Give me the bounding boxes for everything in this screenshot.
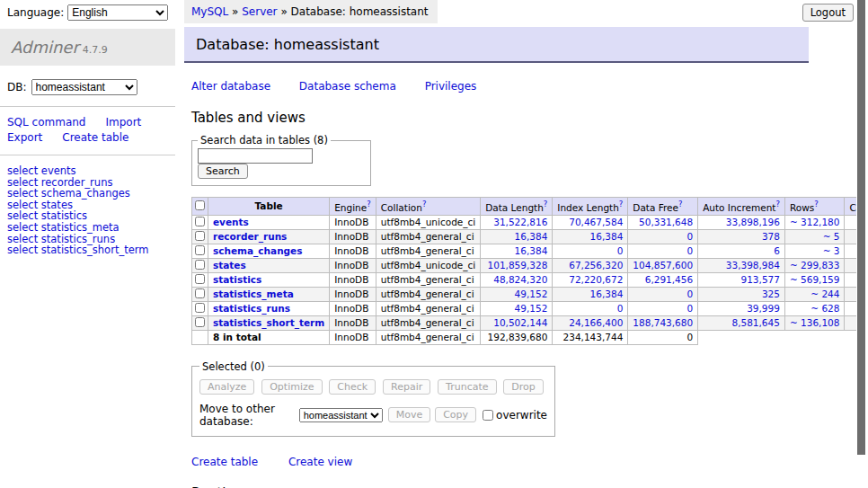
rows-count-link[interactable]: ~ 5 xyxy=(823,231,840,242)
index-length-link[interactable]: 0 xyxy=(617,303,624,314)
data-free-link[interactable]: 0 xyxy=(686,288,693,299)
index-length-link[interactable]: 16,384 xyxy=(590,288,624,299)
table-structure-link[interactable]: statistics_meta xyxy=(213,288,294,299)
table-structure-link[interactable]: schema_changes xyxy=(213,245,303,256)
vertical-scrollbar[interactable] xyxy=(856,0,868,488)
auto-increment-link[interactable]: 913,577 xyxy=(741,274,780,285)
breadcrumb-mysql-link[interactable]: MySQL xyxy=(191,5,228,18)
search-legend: Search data in tables (8) xyxy=(198,134,331,146)
table-structure-link[interactable]: states xyxy=(213,260,246,271)
table-structure-link[interactable]: statistics_runs xyxy=(213,303,290,314)
data-free-link[interactable]: 0 xyxy=(686,245,693,256)
data-free-link[interactable]: 6,291,456 xyxy=(645,274,693,285)
row-select-checkbox[interactable] xyxy=(195,303,205,313)
move-button[interactable]: Move xyxy=(388,407,431,422)
table-structure-link[interactable]: events xyxy=(213,217,249,227)
data-length-link[interactable]: 49,152 xyxy=(515,288,548,299)
analyze-button[interactable]: Analyze xyxy=(199,379,254,395)
index-length-link[interactable]: 16,384 xyxy=(590,231,624,242)
collation-help-link[interactable]: ? xyxy=(422,200,427,209)
data-length-link[interactable]: 48,824,320 xyxy=(493,274,547,285)
data-free-link[interactable]: 104,857,600 xyxy=(633,260,693,271)
index-length-help-link[interactable]: ? xyxy=(619,200,624,209)
row-select-checkbox[interactable] xyxy=(195,317,205,327)
data-length-link[interactable]: 10,502,144 xyxy=(493,317,547,328)
data-length-help-link[interactable]: ? xyxy=(544,200,548,209)
index-length-link[interactable]: 72,220,672 xyxy=(569,274,623,285)
rows-count-link[interactable]: ~ 136,108 xyxy=(790,317,840,328)
auto-increment-link[interactable]: 8,581,645 xyxy=(731,317,779,328)
rows-count-link[interactable]: ~ 628 xyxy=(810,303,839,314)
db-label: DB: xyxy=(7,81,27,93)
data-free-link[interactable]: 0 xyxy=(686,303,693,314)
table-structure-link[interactable]: statistics_short_term xyxy=(213,317,324,328)
sidebar-item-select-events[interactable]: select events xyxy=(7,165,175,177)
db-select[interactable]: homeassistant xyxy=(31,79,137,95)
sidebar-nav: SQL commandImport ExportCreate table xyxy=(0,107,175,155)
data-length-link[interactable]: 16,384 xyxy=(515,231,548,242)
select-all-checkbox[interactable] xyxy=(195,200,205,210)
optimize-button[interactable]: Optimize xyxy=(261,379,322,395)
sidebar-item-import[interactable]: Import xyxy=(105,116,141,129)
sidebar-item-export[interactable]: Export xyxy=(7,131,42,144)
index-length-link[interactable]: 24,166,400 xyxy=(569,317,623,328)
data-length-link[interactable]: 16,384 xyxy=(515,245,548,256)
row-select-checkbox[interactable] xyxy=(195,231,205,241)
database-schema-link[interactable]: Database schema xyxy=(299,80,396,93)
auto-increment-help-link[interactable]: ? xyxy=(775,200,780,209)
auto-increment-link[interactable]: 6 xyxy=(774,245,780,256)
sidebar-item-select-statistics-meta[interactable]: select statistics_meta xyxy=(7,222,175,234)
collation-value: utf8mb4_general_ci xyxy=(376,244,480,258)
scrollbar-thumb[interactable] xyxy=(857,0,865,455)
truncate-button[interactable]: Truncate xyxy=(438,379,496,395)
auto-increment-link[interactable]: 33,398,984 xyxy=(726,260,780,271)
row-select-checkbox[interactable] xyxy=(195,288,205,298)
data-free-link[interactable]: 188,743,680 xyxy=(633,317,693,328)
data-free-link[interactable]: 0 xyxy=(686,231,693,242)
rows-count-link[interactable]: ~ 569,159 xyxy=(790,274,840,285)
table-structure-link[interactable]: statistics xyxy=(213,274,261,285)
auto-increment-link[interactable]: 33,898,196 xyxy=(726,217,780,227)
sidebar-item-select-schema-changes[interactable]: select schema_changes xyxy=(7,188,175,200)
sidebar-item-select-statistics-short-term[interactable]: select statistics_short_term xyxy=(7,244,175,256)
row-select-checkbox[interactable] xyxy=(195,245,205,255)
alter-database-link[interactable]: Alter database xyxy=(191,80,270,93)
row-select-checkbox[interactable] xyxy=(195,217,205,226)
auto-increment-link[interactable]: 39,999 xyxy=(747,303,780,314)
create-table-link[interactable]: Create table xyxy=(191,456,258,468)
data-length-link[interactable]: 49,152 xyxy=(515,303,548,314)
engine-help-link[interactable]: ? xyxy=(367,200,371,209)
rows-count-link[interactable]: ~ 312,180 xyxy=(790,217,840,227)
data-length-link[interactable]: 101,859,328 xyxy=(488,260,548,271)
rows-count-link[interactable]: ~ 3 xyxy=(823,245,840,256)
search-button[interactable]: Search xyxy=(198,164,248,179)
index-length-link[interactable]: 67,256,320 xyxy=(569,260,623,271)
language-select[interactable]: English xyxy=(67,4,168,21)
check-button[interactable]: Check xyxy=(329,379,376,395)
auto-increment-link[interactable]: 378 xyxy=(762,231,780,242)
rows-count-link[interactable]: ~ 299,833 xyxy=(790,260,840,271)
index-length-link[interactable]: 70,467,584 xyxy=(569,217,623,227)
logout-button[interactable]: Logout xyxy=(802,4,854,22)
drop-button[interactable]: Drop xyxy=(503,379,543,395)
auto-increment-link[interactable]: 325 xyxy=(762,288,780,299)
privileges-link[interactable]: Privileges xyxy=(425,80,477,93)
create-view-link[interactable]: Create view xyxy=(288,456,352,468)
sidebar-item-sql-command[interactable]: SQL command xyxy=(7,116,85,129)
sidebar-item-create-table[interactable]: Create table xyxy=(62,131,128,144)
data-free-link[interactable]: 50,331,648 xyxy=(639,217,693,227)
row-select-checkbox[interactable] xyxy=(195,274,205,284)
rows-help-link[interactable]: ? xyxy=(814,200,819,209)
overwrite-checkbox[interactable] xyxy=(483,410,493,421)
data-length-link[interactable]: 31,522,816 xyxy=(493,217,547,227)
rows-count-link[interactable]: ~ 244 xyxy=(810,288,839,299)
table-structure-link[interactable]: recorder_runs xyxy=(213,231,287,242)
copy-button[interactable]: Copy xyxy=(435,407,476,422)
data-free-help-link[interactable]: ? xyxy=(678,200,683,209)
move-database-select[interactable]: homeassistant xyxy=(299,408,383,422)
repair-button[interactable]: Repair xyxy=(383,379,430,395)
row-select-checkbox[interactable] xyxy=(195,260,205,270)
index-length-link[interactable]: 0 xyxy=(617,245,624,256)
search-input[interactable] xyxy=(198,148,313,164)
breadcrumb-server-link[interactable]: Server xyxy=(242,5,277,18)
